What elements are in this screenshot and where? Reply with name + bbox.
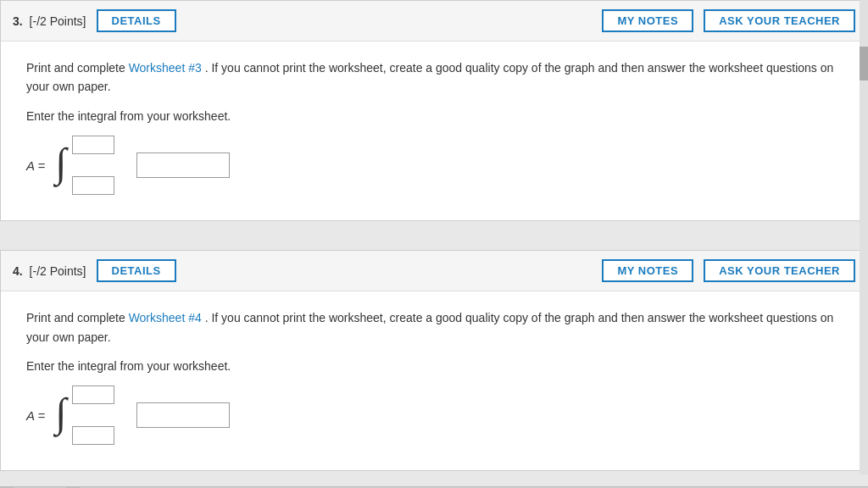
question-4-body: Print and complete Worksheet #4 . If you… <box>1 291 867 470</box>
question-spacer <box>0 236 868 250</box>
question-3-a-label: A = <box>26 158 45 173</box>
question-3-lower-bound-input[interactable] <box>72 176 114 195</box>
question-4-integral-symbol: ∫ <box>55 392 66 433</box>
question-4-description: Print and complete Worksheet #4 . If you… <box>26 308 842 347</box>
question-3-integrand-input[interactable] <box>136 152 230 178</box>
question-3-details-button[interactable]: DETAILS <box>97 9 176 32</box>
question-4-a-label: A = <box>26 408 45 423</box>
question-3-ask-teacher-button[interactable]: ASK YOUR TEACHER <box>704 9 855 32</box>
question-3-my-notes-button[interactable]: MY NOTES <box>602 9 693 32</box>
question-4-details-button[interactable]: DETAILS <box>97 259 176 282</box>
question-3-block: 3. [-/2 Points] DETAILS MY NOTES ASK YOU… <box>0 0 868 221</box>
question-3-header: 3. [-/2 Points] DETAILS MY NOTES ASK YOU… <box>1 1 867 42</box>
question-4-number: 4. [-/2 Points] <box>13 264 86 278</box>
question-3-number: 3. [-/2 Points] <box>13 14 86 28</box>
question-4-header: 4. [-/2 Points] DETAILS MY NOTES ASK YOU… <box>1 251 867 291</box>
question-4-upper-bound-input[interactable] <box>72 385 114 404</box>
question-4-integral-symbol-container: ∫ <box>55 385 123 445</box>
question-4-integral-section: A = ∫ <box>26 385 842 445</box>
question-3-integral-section: A = ∫ <box>26 136 842 195</box>
page-wrapper: 3. [-/2 Points] DETAILS MY NOTES ASK YOU… <box>0 0 868 488</box>
question-3-upper-bound-input[interactable] <box>72 136 114 154</box>
question-3-description: Print and complete Worksheet #3 . If you… <box>26 58 842 97</box>
question-4-ask-teacher-button[interactable]: ASK YOUR TEACHER <box>704 259 855 282</box>
question-3-integral-symbol: ∫ <box>55 142 66 183</box>
vertical-scrollbar[interactable] <box>860 0 868 474</box>
question-4-lower-bound-input[interactable] <box>72 426 114 445</box>
question-4-block: 4. [-/2 Points] DETAILS MY NOTES ASK YOU… <box>0 250 868 471</box>
question-3-integral-symbol-container: ∫ <box>55 136 123 195</box>
question-4-enter-integral-label: Enter the integral from your worksheet. <box>26 357 842 375</box>
question-3-worksheet-link[interactable]: Worksheet #3 <box>129 61 202 75</box>
vertical-scrollbar-thumb[interactable] <box>860 47 868 80</box>
question-4-integrand-input[interactable] <box>136 402 230 428</box>
question-4-worksheet-link[interactable]: Worksheet #4 <box>129 311 202 324</box>
question-3-body: Print and complete Worksheet #3 . If you… <box>1 42 867 220</box>
question-3-enter-integral-label: Enter the integral from your worksheet. <box>26 107 842 125</box>
question-4-my-notes-button[interactable]: MY NOTES <box>602 259 693 282</box>
